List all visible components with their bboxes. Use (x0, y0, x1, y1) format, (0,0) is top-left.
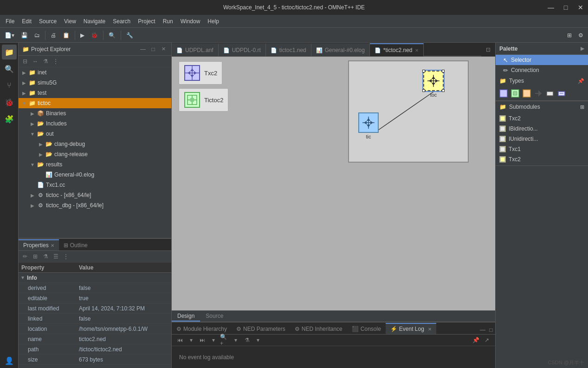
editor-tab-udpdl-anf[interactable]: 📄 UDPDL.anf (172, 43, 219, 56)
menu-file[interactable]: File (2, 16, 18, 26)
tree-item-tictoc-dbg-exe[interactable]: ▶ ⚙ tictoc_dbg - [x86_64/le] (19, 200, 171, 210)
tree-item-results[interactable]: ▼ 📂 results (19, 159, 171, 170)
tab-ned-inheritance[interactable]: ⚙ NED Inheritance (290, 323, 347, 334)
tab-event-log[interactable]: ⚡ Event Log ✕ (386, 323, 436, 334)
tree-item-out[interactable]: ▼ 📂 out (19, 129, 171, 139)
toolbar-settings[interactable]: ⚙ (575, 29, 586, 41)
ned-component-tictoc2[interactable]: Tictoc2 (179, 88, 228, 112)
activity-extensions[interactable]: 🧩 (2, 112, 17, 126)
tree-item-inet[interactable]: ▶ 📁 inet (19, 67, 171, 78)
menu-edit[interactable]: Edit (18, 16, 35, 26)
menu-search[interactable]: Search (109, 16, 134, 26)
eventlog-btn-filter-dropdown[interactable]: ▾ (253, 335, 263, 345)
toolbar-omnet[interactable]: 🔧 (123, 29, 136, 41)
bottom-panel-maximize[interactable]: □ (487, 326, 495, 334)
eventlog-btn-zoom-in[interactable]: 🔍+ (220, 335, 229, 345)
submodule-list-txc2-top[interactable]: Txc2 (496, 113, 588, 124)
eventlog-btn-filter[interactable]: ⚗ (242, 335, 252, 345)
submodule-list-ibidi[interactable]: IBidirectio... (496, 124, 588, 134)
eventlog-btn-2[interactable]: ⏭ (198, 335, 207, 345)
explorer-minimize[interactable]: — (139, 45, 147, 53)
menu-window[interactable]: Window (177, 16, 204, 26)
activity-search[interactable]: 🔍 (2, 61, 17, 76)
type-icon-3[interactable] (556, 88, 567, 99)
editor-tab-tictoc1[interactable]: 📄 tictoc1.ned (266, 43, 311, 56)
explorer-close[interactable]: ✕ (159, 45, 168, 53)
submodule-list-iunidi[interactable]: IUnidirecti... (496, 134, 588, 144)
tree-collapse-all[interactable]: ⊟ (20, 57, 30, 66)
ned-component-txc2[interactable]: Txc2 (179, 61, 222, 85)
toolbar-copy[interactable]: 📋 (60, 29, 72, 41)
submodule-list-txc2-bottom[interactable]: Txc2 (496, 154, 588, 164)
tab-ned-parameters[interactable]: ⚙ NED Parameters (232, 323, 290, 334)
palette-selector[interactable]: ↖ Selector (496, 55, 588, 65)
type-icon-2[interactable] (545, 88, 555, 99)
editor-tab-udpdl-rt[interactable]: 📄 UDPDL-0.rt (219, 43, 266, 56)
tree-more[interactable]: ⋮ (51, 57, 60, 66)
eventlog-btn-dropdown-2[interactable]: ▾ (209, 335, 218, 345)
tree-item-elog[interactable]: ▶ 📊 General-#0.elog (19, 170, 171, 180)
toolbar-save[interactable]: 💾 (18, 29, 31, 41)
tree-item-tictoc-exe[interactable]: ▶ ⚙ tictoc - [x86_64/le] (19, 190, 171, 200)
tree-link-editor[interactable]: ↔ (31, 57, 40, 66)
type-icon-network[interactable] (522, 88, 532, 99)
submodule-tic[interactable]: tic (358, 112, 379, 139)
eventlog-btn-zoom-dropdown[interactable]: ▾ (231, 335, 240, 345)
menu-source[interactable]: Source (35, 16, 60, 26)
editor-tab-elog[interactable]: 📊 General-#0.elog (311, 43, 370, 56)
menu-view[interactable]: View (60, 16, 80, 26)
type-icon-simple-module[interactable] (498, 88, 509, 99)
menu-project[interactable]: Project (134, 16, 159, 26)
menu-run[interactable]: Run (159, 16, 177, 26)
toolbar-debug[interactable]: 🐞 (88, 29, 101, 41)
menu-navigate[interactable]: Navigate (80, 16, 109, 26)
tree-item-simu5g[interactable]: ▶ 📁 simu5G (19, 78, 171, 88)
menu-help[interactable]: Help (204, 16, 223, 26)
tab-properties[interactable]: Properties ✕ (19, 239, 59, 250)
tab-outline[interactable]: ⊞ Outline (59, 239, 92, 250)
tree-item-clang-release[interactable]: ▶ 📂 clang-release (19, 149, 171, 159)
design-tab[interactable]: Design (172, 311, 200, 322)
props-btn-3[interactable]: ☰ (51, 252, 60, 261)
eventlog-btn-1[interactable]: ⏮ (175, 335, 185, 345)
tictoc2-tab-close[interactable]: ✕ (415, 48, 419, 53)
maximize-button[interactable]: □ (558, 0, 573, 15)
props-btn-filter[interactable]: ⚗ (41, 252, 50, 261)
eventlog-btn-dropdown-1[interactable]: ▾ (187, 335, 196, 345)
type-icon-channel[interactable] (533, 88, 543, 99)
source-tab[interactable]: Source (200, 311, 229, 322)
submodule-toc[interactable]: toc (423, 71, 444, 98)
close-button[interactable]: ✕ (573, 0, 588, 15)
eventlog-export-btn[interactable]: ↗ (482, 335, 491, 345)
palette-submodules-header[interactable]: 📁 Submodules ⊞ (496, 101, 588, 112)
type-icon-compound-module[interactable] (510, 88, 520, 99)
palette-types-header[interactable]: 📁 Types 📌 (496, 75, 588, 86)
props-btn-2[interactable]: ⊞ (31, 252, 40, 261)
tree-item-txc1cc[interactable]: ▶ 📄 Txc1.cc (19, 180, 171, 190)
minimize-button[interactable]: — (543, 0, 558, 15)
tree-item-includes[interactable]: ▶ 📂 Includes (19, 118, 171, 129)
toolbar-save-all[interactable]: 🗂 (32, 29, 43, 41)
properties-tab-close[interactable]: ✕ (51, 243, 54, 248)
tree-item-test[interactable]: ▶ 📁 test (19, 88, 171, 98)
tree-item-binaries[interactable]: ▶ 📦 Binaries (19, 108, 171, 118)
props-btn-1[interactable]: ✏ (20, 252, 30, 261)
toolbar-search[interactable]: 🔍 (106, 29, 118, 41)
explorer-maximize[interactable]: □ (149, 45, 157, 53)
activity-explorer[interactable]: 📁 (2, 45, 17, 59)
toolbar-print[interactable]: 🖨 (48, 29, 59, 41)
toolbar-new[interactable]: 📄▾ (2, 29, 17, 41)
palette-expand-arrow[interactable]: ▶ (581, 46, 584, 52)
activity-debug[interactable]: 🐞 (2, 95, 17, 110)
toolbar-layout-switch[interactable]: ⊞ (564, 29, 575, 41)
tree-item-tictoc[interactable]: ▼ 📁 tictoc (19, 98, 171, 108)
types-pin-icon[interactable]: 📌 (578, 78, 584, 84)
tree-filter[interactable]: ⚗ (41, 57, 50, 66)
activity-git[interactable]: ⑂ (2, 78, 17, 93)
tab-console[interactable]: ⬛ Console (347, 323, 386, 334)
eventlog-pin-btn[interactable]: 📌 (471, 335, 480, 345)
tab-module-hierarchy[interactable]: ⚙ Module Hierarchy (172, 323, 232, 334)
palette-connection[interactable]: ✏ Connection (496, 65, 588, 75)
toolbar-run[interactable]: ▶ (78, 29, 87, 41)
tree-item-clang-debug[interactable]: ▶ 📂 clang-debug (19, 139, 171, 149)
